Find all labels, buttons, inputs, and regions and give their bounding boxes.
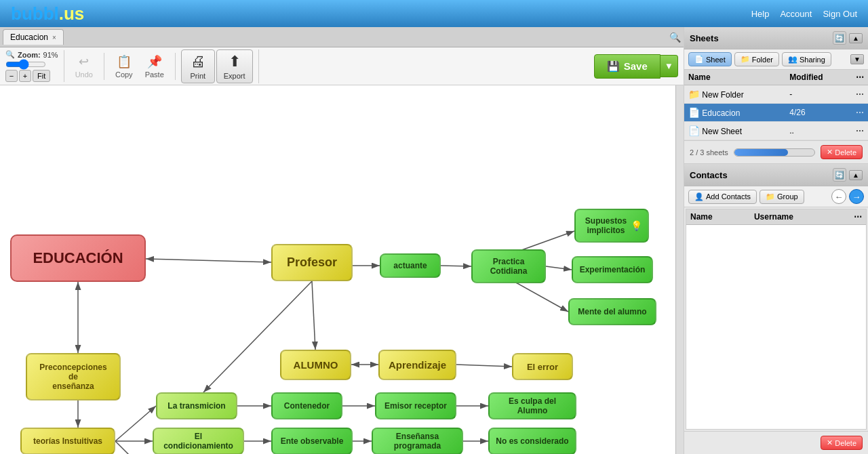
group-button[interactable]: 📁 Group bbox=[760, 190, 804, 204]
export-button[interactable]: ⬆ Export bbox=[216, 49, 253, 83]
zoom-value: 91% bbox=[43, 51, 58, 59]
print-label: Print bbox=[190, 72, 205, 80]
svg-line-7 bbox=[509, 278, 568, 312]
contacts-col-username-header: Username bbox=[750, 209, 850, 225]
contacts-title: Contacts bbox=[690, 170, 728, 180]
sheet-options-cell[interactable]: ⋯ bbox=[852, 85, 868, 104]
right-panel: Sheets 🔄 ▲ 📄 Sheet 📁 Folder bbox=[684, 27, 868, 454]
canvas-area: Educacion × 🔍 🔍 Zoom: 91% − + bbox=[0, 27, 684, 454]
sheets-row-1[interactable]: 📄 Educacion 4/26 ⋯ bbox=[684, 104, 868, 122]
sheets-refresh-button[interactable]: 🔄 bbox=[833, 31, 846, 45]
group-label: Group bbox=[777, 192, 798, 201]
svg-line-2 bbox=[146, 259, 271, 262]
node-no-considerado[interactable]: No es considerado bbox=[488, 428, 576, 454]
logo: bubbl.us bbox=[11, 3, 84, 24]
delete-x-icon: ✕ bbox=[827, 148, 833, 157]
node-preconcepciones[interactable]: Preconcepcionesdeenseñanza bbox=[26, 353, 121, 400]
col-options-header: ⋯ bbox=[852, 70, 868, 85]
sheets-count: 2 / 3 sheets bbox=[690, 148, 728, 157]
contacts-delete-button[interactable]: ✕ Delete bbox=[821, 436, 863, 450]
sheets-delete-button[interactable]: ✕ Delete bbox=[821, 145, 863, 159]
sharing-button[interactable]: 👥 Sharing bbox=[782, 52, 831, 66]
folder-button[interactable]: 📁 Folder bbox=[734, 52, 779, 66]
sheet-row-icon: 📄 bbox=[688, 107, 700, 118]
node-ente-observable[interactable]: Ente observable bbox=[271, 428, 353, 454]
node-la-transmicion[interactable]: La transmicion bbox=[156, 392, 237, 419]
copy-paste-group: 📋 Copy 📌 Paste bbox=[110, 53, 176, 80]
top-nav: bubbl.us Help Account Sign Out bbox=[0, 0, 868, 27]
node-practica[interactable]: Practica Cotidiana bbox=[471, 249, 546, 283]
zoom-plus-button[interactable]: + bbox=[19, 70, 31, 82]
node-experimentacion[interactable]: Experimentación bbox=[572, 256, 653, 283]
group-icon: 📁 bbox=[766, 192, 775, 201]
sheets-row-0[interactable]: 📁 New Folder - ⋯ bbox=[684, 85, 868, 104]
col-name-header: Name bbox=[684, 70, 785, 85]
save-button-wrap: 💾 Save ▼ bbox=[594, 54, 678, 79]
sheets-table: Name Modified ⋯ 📁 New Folder - ⋯ 📄 Educa… bbox=[684, 70, 868, 140]
node-profesor[interactable]: Profesor bbox=[271, 244, 353, 281]
save-dropdown-button[interactable]: ▼ bbox=[660, 55, 678, 77]
mind-map: EDUCACIÓN Profesor actuante Practica Cot… bbox=[0, 85, 675, 454]
new-sheet-row-icon: 📄 bbox=[688, 125, 700, 136]
canvas-tab[interactable]: Educacion × bbox=[3, 29, 64, 45]
sheet-modified-cell: 4/26 bbox=[785, 104, 852, 122]
node-emisor-receptor[interactable]: Emisor receptor bbox=[375, 392, 456, 419]
sharing-dropdown-button[interactable]: ▼ bbox=[850, 54, 864, 64]
sharing-label: Sharing bbox=[800, 56, 825, 64]
node-educacion[interactable]: EDUCACIÓN bbox=[10, 234, 146, 282]
contacts-delete-label: Delete bbox=[835, 439, 856, 447]
node-contenedor[interactable]: Contenedor bbox=[271, 392, 342, 419]
sheet-options-cell[interactable]: ⋯ bbox=[852, 122, 868, 140]
sheets-row-2[interactable]: 📄 New Sheet .. ⋯ bbox=[684, 122, 868, 140]
help-link[interactable]: Help bbox=[751, 9, 770, 19]
contacts-collapse-button[interactable]: ▲ bbox=[849, 170, 863, 180]
node-ensenanza-programada[interactable]: Enseñansa programada bbox=[372, 428, 463, 454]
add-contacts-button[interactable]: 👤 Add Contacts bbox=[688, 190, 757, 204]
export-label: Export bbox=[224, 72, 245, 80]
contacts-table: Name Username ⋯ bbox=[686, 209, 866, 225]
zoom-minus-button[interactable]: − bbox=[5, 70, 18, 82]
zoom-control: 🔍 Zoom: 91% − + Fit bbox=[5, 50, 58, 82]
node-alumno[interactable]: ALUMNO bbox=[280, 350, 351, 380]
contacts-refresh-button[interactable]: 🔄 bbox=[833, 168, 846, 182]
node-el-error[interactable]: El error bbox=[512, 353, 573, 380]
contacts-arrow-left-button[interactable]: ← bbox=[831, 189, 846, 204]
print-button[interactable]: 🖨 Print bbox=[181, 49, 215, 83]
sheets-collapse-button[interactable]: ▲ bbox=[849, 33, 863, 43]
contacts-arrow-right-button[interactable]: → bbox=[849, 189, 864, 204]
sheet-button[interactable]: 📄 Sheet bbox=[688, 52, 732, 66]
col-modified-header: Modified bbox=[785, 70, 852, 85]
node-aprendizaje[interactable]: Aprendizaje bbox=[378, 350, 456, 380]
sheet-modified-cell: .. bbox=[785, 122, 852, 140]
node-condicionamiento[interactable]: El condicionamiento bbox=[153, 428, 244, 454]
account-link[interactable]: Account bbox=[780, 9, 812, 19]
contacts-toolbar: 👤 Add Contacts 📁 Group ← → bbox=[684, 186, 868, 207]
fit-button[interactable]: Fit bbox=[33, 70, 50, 82]
node-mente[interactable]: Mente del alumno bbox=[568, 298, 656, 325]
paste-button[interactable]: 📌 Paste bbox=[140, 53, 170, 80]
tab-bar: Educacion × 🔍 bbox=[0, 27, 684, 47]
sheet-options-cell[interactable]: ⋯ bbox=[852, 104, 868, 122]
sheet-name-cell: 📁 New Folder bbox=[684, 85, 785, 104]
canvas-scrollbar[interactable] bbox=[675, 85, 684, 454]
signout-link[interactable]: Sign Out bbox=[823, 9, 857, 19]
contacts-footer: ✕ Delete bbox=[684, 431, 868, 454]
add-contacts-label: Add Contacts bbox=[706, 192, 751, 201]
node-supuestos[interactable]: Supuestos implicitos💡 bbox=[574, 209, 649, 243]
svg-line-12 bbox=[456, 365, 512, 367]
sheets-header-right: 🔄 ▲ bbox=[833, 31, 863, 45]
zoom-label: Zoom: bbox=[18, 51, 41, 59]
zoom-slider[interactable] bbox=[5, 59, 46, 70]
undo-button[interactable]: ↩ Undo bbox=[70, 53, 98, 80]
tab-close-button[interactable]: × bbox=[52, 34, 56, 41]
copy-button[interactable]: 📋 Copy bbox=[110, 53, 138, 80]
canvas-container[interactable]: EDUCACIÓN Profesor actuante Practica Cot… bbox=[0, 85, 684, 454]
node-es-culpa[interactable]: Es culpa del Alumno bbox=[488, 392, 576, 419]
node-teorias[interactable]: teorías Instuitivas bbox=[20, 428, 115, 454]
svg-line-15 bbox=[115, 441, 153, 454]
tab-search-icon[interactable]: 🔍 bbox=[669, 32, 681, 43]
node-actuante[interactable]: actuante bbox=[380, 253, 441, 278]
sheet-label: Sheet bbox=[706, 56, 726, 64]
save-icon: 💾 bbox=[607, 60, 620, 73]
save-button[interactable]: 💾 Save bbox=[594, 54, 660, 79]
